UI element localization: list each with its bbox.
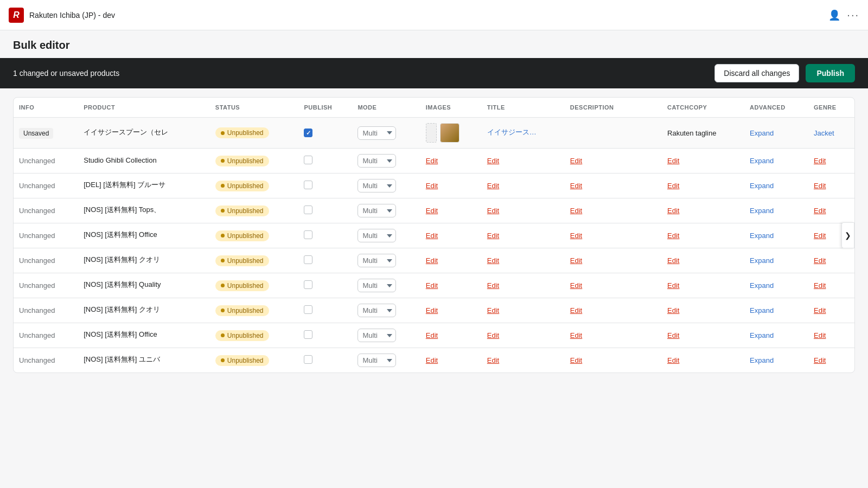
mode-select[interactable]: MultiSingle xyxy=(358,204,396,217)
page-header: Bulk editor xyxy=(0,30,868,58)
status-badge: Unpublished xyxy=(215,206,269,216)
description-edit-link[interactable]: Edit xyxy=(570,232,582,240)
images-edit-link[interactable]: Edit xyxy=(426,256,438,265)
catchcopy-edit-link[interactable]: Edit xyxy=(667,356,679,364)
cell-catchcopy: Edit xyxy=(662,298,744,323)
images-edit-link[interactable]: Edit xyxy=(426,157,438,165)
mode-select[interactable]: MultiSingle xyxy=(358,229,396,242)
cell-advanced: Expand xyxy=(744,149,808,174)
genre-edit-link[interactable]: Edit xyxy=(814,306,826,314)
images-edit-link[interactable]: Edit xyxy=(426,232,438,240)
status-dot xyxy=(221,284,225,287)
cell-description: Edit xyxy=(565,248,662,273)
catchcopy-edit-link[interactable]: Edit xyxy=(667,256,679,265)
scroll-right-arrow[interactable]: ❯ xyxy=(841,222,854,248)
mode-select[interactable]: MultiSingle xyxy=(358,154,396,168)
advanced-expand-link[interactable]: Expand xyxy=(750,129,774,137)
images-edit-link[interactable]: Edit xyxy=(426,207,438,215)
publish-checkbox[interactable] xyxy=(304,305,312,314)
cell-images: Edit xyxy=(420,174,482,198)
catchcopy-edit-link[interactable]: Edit xyxy=(667,281,679,290)
title-link[interactable]: イイサジース… xyxy=(487,127,537,137)
publish-checkbox[interactable] xyxy=(304,280,312,289)
cell-genre: Edit xyxy=(808,198,854,223)
description-edit-link[interactable]: Edit xyxy=(570,306,582,314)
description-edit-link[interactable]: Edit xyxy=(570,356,582,364)
advanced-expand-link[interactable]: Expand xyxy=(750,356,774,364)
unchanged-label: Unchanged xyxy=(19,306,55,314)
genre-edit-link[interactable]: Edit xyxy=(814,256,826,265)
genre-edit-link[interactable]: Edit xyxy=(814,157,826,165)
images-edit-link[interactable]: Edit xyxy=(426,331,438,339)
advanced-expand-link[interactable]: Expand xyxy=(750,256,774,265)
title-edit-link[interactable]: Edit xyxy=(487,356,499,364)
cell-product: Studio Ghibli Collection xyxy=(78,149,210,174)
title-edit-link[interactable]: Edit xyxy=(487,331,499,339)
publish-checkbox[interactable] xyxy=(304,255,312,264)
genre-link[interactable]: Jacket xyxy=(814,129,834,137)
profile-icon[interactable]: 👤 xyxy=(828,9,840,21)
title-edit-link[interactable]: Edit xyxy=(487,207,499,215)
description-edit-link[interactable]: Edit xyxy=(570,207,582,215)
images-edit-link[interactable]: Edit xyxy=(426,306,438,314)
genre-edit-link[interactable]: Edit xyxy=(814,207,826,215)
cell-mode: MultiSingle xyxy=(352,174,420,198)
images-edit-link[interactable]: Edit xyxy=(426,182,438,190)
catchcopy-edit-link[interactable]: Edit xyxy=(667,232,679,240)
mode-select[interactable]: MultiSingle xyxy=(358,304,396,317)
advanced-expand-link[interactable]: Expand xyxy=(750,182,774,190)
product-thumbnail[interactable] xyxy=(440,123,459,143)
title-edit-link[interactable]: Edit xyxy=(487,232,499,240)
mode-select[interactable]: MultiSingle xyxy=(358,279,396,292)
publish-button[interactable]: Publish xyxy=(806,64,855,82)
publish-checkbox[interactable] xyxy=(304,206,312,214)
cell-status: Unpublished xyxy=(210,174,299,198)
description-edit-link[interactable]: Edit xyxy=(570,256,582,265)
catchcopy-edit-link[interactable]: Edit xyxy=(667,182,679,190)
genre-edit-link[interactable]: Edit xyxy=(814,356,826,364)
mode-select[interactable]: MultiSingle xyxy=(358,329,396,342)
mode-select[interactable]: MultiSingle xyxy=(358,354,396,367)
description-edit-link[interactable]: Edit xyxy=(570,331,582,339)
description-edit-link[interactable]: Edit xyxy=(570,281,582,290)
title-edit-link[interactable]: Edit xyxy=(487,306,499,314)
advanced-expand-link[interactable]: Expand xyxy=(750,232,774,240)
title-edit-link[interactable]: Edit xyxy=(487,281,499,290)
genre-edit-link[interactable]: Edit xyxy=(814,281,826,290)
advanced-expand-link[interactable]: Expand xyxy=(750,207,774,215)
title-edit-link[interactable]: Edit xyxy=(487,182,499,190)
col-mode: MODE xyxy=(352,98,420,118)
catchcopy-edit-link[interactable]: Edit xyxy=(667,157,679,165)
advanced-expand-link[interactable]: Expand xyxy=(750,331,774,339)
genre-edit-link[interactable]: Edit xyxy=(814,232,826,240)
description-edit-link[interactable]: Edit xyxy=(570,182,582,190)
catchcopy-edit-link[interactable]: Edit xyxy=(667,207,679,215)
genre-edit-link[interactable]: Edit xyxy=(814,182,826,190)
publish-checkbox[interactable] xyxy=(304,355,312,364)
images-edit-link[interactable]: Edit xyxy=(426,356,438,364)
cell-advanced: Expand xyxy=(744,223,808,248)
publish-checkbox[interactable] xyxy=(304,230,312,239)
genre-edit-link[interactable]: Edit xyxy=(814,331,826,339)
more-icon[interactable]: ··· xyxy=(847,9,859,21)
publish-checkbox[interactable] xyxy=(304,181,312,189)
description-edit-link[interactable]: Edit xyxy=(570,157,582,165)
advanced-expand-link[interactable]: Expand xyxy=(750,306,774,314)
catchcopy-edit-link[interactable]: Edit xyxy=(667,331,679,339)
unsaved-banner: 1 changed or unsaved products Discard al… xyxy=(0,58,868,88)
cell-mode: MultiSingle xyxy=(352,149,420,174)
title-edit-link[interactable]: Edit xyxy=(487,157,499,165)
mode-select[interactable]: MultiSingle xyxy=(358,254,396,267)
images-edit-link[interactable]: Edit xyxy=(426,281,438,290)
catchcopy-edit-link[interactable]: Edit xyxy=(667,306,679,314)
advanced-expand-link[interactable]: Expand xyxy=(750,157,774,165)
publish-checkbox[interactable] xyxy=(304,156,312,164)
discard-button[interactable]: Discard all changes xyxy=(714,64,799,82)
advanced-expand-link[interactable]: Expand xyxy=(750,281,774,290)
mode-select[interactable]: MultiSingle xyxy=(358,179,396,192)
publish-checkbox[interactable] xyxy=(304,330,312,339)
title-edit-link[interactable]: Edit xyxy=(487,256,499,265)
publish-checkbox[interactable] xyxy=(304,129,312,137)
mode-select[interactable]: MultiSingle xyxy=(358,126,396,140)
cell-info: Unchanged xyxy=(14,273,78,298)
